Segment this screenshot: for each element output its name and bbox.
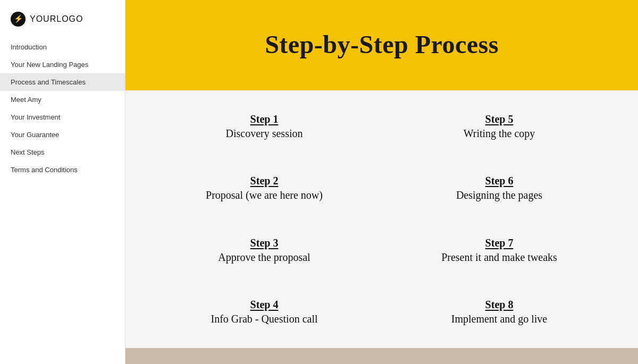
step-5-label: Writing the copy [464,128,535,140]
sidebar-item-landing-pages[interactable]: Your New Landing Pages [0,56,125,73]
step-5-cell: Step 5 Writing the copy [382,96,617,157]
sidebar: ⚡ YOURLOGO Introduction Your New Landing… [0,0,125,364]
logo-light: LOGO [56,14,83,23]
logo-text: YOURLOGO [30,14,83,24]
sidebar-item-process-timescales[interactable]: Process and Timescales [0,73,125,91]
step-6-number: Step 6 [485,175,514,187]
step-2-label: Proposal (we are here now) [206,189,323,201]
step-2-number: Step 2 [250,175,279,187]
step-8-cell: Step 8 Implement and go live [382,281,617,343]
step-6-label: Designing the pages [456,189,542,201]
step-7-number: Step 7 [485,237,514,249]
sidebar-item-meet-amy[interactable]: Meet Amy [0,91,125,108]
step-6-cell: Step 6 Designing the pages [382,157,617,219]
page-title: Step-by-Step Process [265,30,499,59]
step-3-cell: Step 3 Approve the proposal [147,219,382,281]
step-8-number: Step 8 [485,299,514,311]
step-1-number: Step 1 [250,113,279,125]
bolt-icon: ⚡ [14,15,23,23]
sidebar-item-introduction[interactable]: Introduction [0,38,125,56]
step-4-label: Info Grab - Question call [211,313,317,325]
step-3-label: Approve the proposal [218,251,310,264]
step-8-label: Implement and go live [451,313,548,325]
main-content: Step-by-Step Process Step 1 Discovery se… [125,0,638,364]
logo-area: ⚡ YOURLOGO [0,0,125,36]
step-7-cell: Step 7 Present it and make tweaks [382,219,617,281]
bottom-image-strip [125,348,638,364]
step-5-number: Step 5 [485,113,514,125]
step-7-label: Present it and make tweaks [441,251,557,264]
sidebar-item-next-steps[interactable]: Next Steps [0,143,125,161]
step-4-number: Step 4 [250,299,279,311]
logo-icon: ⚡ [11,12,26,27]
step-3-number: Step 3 [250,237,279,249]
sidebar-item-guarantee[interactable]: Your Guarantee [0,126,125,143]
step-4-cell: Step 4 Info Grab - Question call [147,281,382,343]
logo-bold: YOUR [30,14,56,23]
step-1-cell: Step 1 Discovery session [147,96,382,157]
steps-grid: Step 1 Discovery session Step 5 Writing … [125,90,638,348]
step-1-label: Discovery session [226,128,303,140]
step-2-cell: Step 2 Proposal (we are here now) [147,157,382,219]
sidebar-item-terms-conditions[interactable]: Terms and Conditions [0,161,125,179]
page-header: Step-by-Step Process [125,0,638,90]
nav-list: Introduction Your New Landing Pages Proc… [0,36,125,181]
sidebar-item-investment[interactable]: Your Investment [0,108,125,126]
